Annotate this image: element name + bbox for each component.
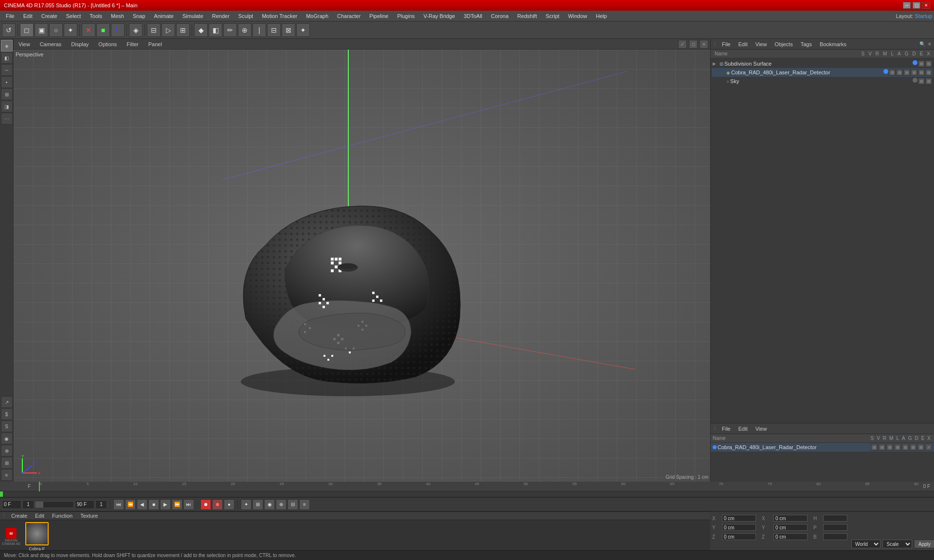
- attr-ctrl-7[interactable]: ⊟: [917, 444, 924, 451]
- transport-play-rev[interactable]: ◀: [137, 499, 147, 510]
- expand-icon[interactable]: ▶: [713, 61, 718, 66]
- transport-key[interactable]: ●: [224, 499, 234, 510]
- current-frame-field[interactable]: [2, 500, 21, 509]
- menu-3dtoall[interactable]: 3DToAll: [460, 12, 486, 20]
- obj-menu-bookmarks[interactable]: Bookmarks: [817, 40, 849, 48]
- tool-rect-select[interactable]: ▣: [35, 23, 48, 37]
- mat-menu-create[interactable]: Create: [8, 512, 30, 520]
- menu-animate[interactable]: Animate: [150, 12, 178, 20]
- transport-go-start[interactable]: ⏮: [113, 499, 124, 510]
- playback-slider[interactable]: [35, 501, 74, 508]
- tool-render-pic-viewer[interactable]: ⊞: [176, 23, 190, 37]
- vp-btn-fit[interactable]: ⤢: [678, 40, 687, 49]
- fps-field-2[interactable]: [95, 500, 107, 509]
- sidebar-tool-bottom5[interactable]: ⊕: [1, 445, 13, 456]
- attr-menu-view[interactable]: View: [753, 425, 770, 433]
- sidebar-tool-polygon[interactable]: ◧: [1, 52, 13, 64]
- attr-ctrl-3[interactable]: ⊟: [886, 444, 893, 451]
- transport-go-end[interactable]: ⏭: [183, 499, 194, 510]
- sidebar-tool-bottom6[interactable]: ⊞: [1, 457, 13, 469]
- vp-tab-options[interactable]: Options: [95, 40, 120, 48]
- tool-live-select[interactable]: ◻: [20, 23, 34, 37]
- obj-row-sky[interactable]: ○ Sky ⊟ ⊟: [712, 77, 933, 86]
- minimize-button[interactable]: ─: [903, 2, 911, 9]
- tool-light[interactable]: ✦: [296, 23, 310, 37]
- coord-z-scale[interactable]: [823, 533, 847, 540]
- tool-rotate[interactable]: ↻: [111, 23, 125, 37]
- menu-mesh[interactable]: Mesh: [107, 12, 128, 20]
- tool-object[interactable]: ◈: [129, 23, 143, 37]
- attr-ctrl-5[interactable]: ⊟: [902, 444, 909, 451]
- sidebar-tool-point[interactable]: •: [1, 76, 13, 88]
- tool-display-2[interactable]: ⊠: [282, 23, 295, 37]
- transport-extra-6[interactable]: ≡: [299, 499, 310, 510]
- obj-menu-view[interactable]: View: [753, 40, 770, 48]
- mode-dropdown-scale[interactable]: Scale Move Rotate: [882, 540, 912, 548]
- menu-corona[interactable]: Corona: [487, 12, 512, 20]
- obj-ctrl-cobra-5[interactable]: ⊟: [918, 69, 925, 76]
- tool-modes[interactable]: ◆: [194, 23, 208, 37]
- transport-next-key[interactable]: ⏩: [172, 499, 182, 510]
- mode-dropdown-world[interactable]: World Object: [851, 540, 880, 548]
- menu-file[interactable]: File: [2, 12, 18, 20]
- tool-render-view[interactable]: ▷: [162, 23, 175, 37]
- menu-create[interactable]: Create: [37, 12, 61, 20]
- coord-z-pos[interactable]: [722, 533, 756, 540]
- sidebar-tool-bottom1[interactable]: ↗: [1, 396, 13, 408]
- menu-simulate[interactable]: Simulate: [179, 12, 207, 20]
- coord-y-rot[interactable]: [773, 524, 808, 531]
- obj-ctrl-sky-1[interactable]: ⊟: [918, 78, 925, 85]
- tool-free-select[interactable]: ✦: [64, 23, 77, 37]
- obj-ctrl-sky-2[interactable]: ⊟: [925, 78, 932, 85]
- sidebar-tool-bottom3[interactable]: S: [1, 420, 13, 432]
- vp-tab-cameras[interactable]: Cameras: [37, 40, 65, 48]
- tool-scale[interactable]: ■: [96, 23, 110, 37]
- playhead-marker[interactable]: [39, 482, 40, 491]
- tool-undo[interactable]: ↺: [2, 23, 16, 37]
- sidebar-tool-bottom2[interactable]: $: [1, 408, 13, 420]
- sidebar-tool-edge[interactable]: ─: [1, 64, 13, 76]
- sidebar-tool-sculpt[interactable]: ⋯: [1, 113, 13, 124]
- attr-menu-file[interactable]: File: [719, 425, 734, 433]
- transport-extra-5[interactable]: ⊟: [287, 499, 298, 510]
- coord-y-scale[interactable]: [823, 524, 847, 531]
- attr-menu-edit[interactable]: Edit: [736, 425, 751, 433]
- tool-tex-mode[interactable]: ◧: [209, 23, 222, 37]
- coord-x-rot[interactable]: [773, 515, 808, 522]
- obj-row-subdivision[interactable]: ▶ ⊞ Subdivision Surface ⊟ ⊟: [712, 59, 933, 68]
- menu-window[interactable]: Window: [564, 12, 591, 20]
- menu-sculpt[interactable]: Sculpt: [234, 12, 257, 20]
- transport-extra-2[interactable]: ⊞: [252, 499, 263, 510]
- coord-y-pos[interactable]: [722, 524, 756, 531]
- obj-menu-edit[interactable]: Edit: [736, 40, 751, 48]
- transport-extra-3[interactable]: ◉: [264, 499, 275, 510]
- obj-ctrl-eye[interactable]: ⊟: [918, 60, 925, 67]
- tool-display-1[interactable]: ⊟: [267, 23, 281, 37]
- tool-brush[interactable]: ✏: [223, 23, 237, 37]
- sidebar-tool-bottom7[interactable]: ≡: [1, 469, 13, 481]
- viewport[interactable]: Perspective: [14, 50, 710, 482]
- obj-ctrl-cobra-6[interactable]: ⊟: [925, 69, 932, 76]
- obj-menu-file[interactable]: File: [719, 40, 734, 48]
- menu-tools[interactable]: Tools: [86, 12, 106, 20]
- vp-tab-display[interactable]: Display: [68, 40, 91, 48]
- vp-btn-menu[interactable]: ≡: [700, 40, 708, 49]
- attr-ctrl-4[interactable]: ⊟: [894, 444, 901, 451]
- vp-tab-filter[interactable]: Filter: [124, 40, 141, 48]
- menu-pipeline[interactable]: Pipeline: [365, 12, 392, 20]
- menu-motion-tracker[interactable]: Motion Tracker: [258, 12, 301, 20]
- transport-auto-key[interactable]: ⏺: [212, 499, 223, 510]
- attr-ctrl-2[interactable]: ⊟: [879, 444, 885, 451]
- obj-ctrl-cobra-4[interactable]: ⊟: [911, 69, 917, 76]
- tool-sym[interactable]: ⊕: [238, 23, 251, 37]
- vp-btn-full[interactable]: ◻: [689, 40, 698, 49]
- vp-tab-view[interactable]: View: [16, 40, 33, 48]
- menu-plugins[interactable]: Plugins: [393, 12, 418, 20]
- tool-circle-select[interactable]: ○: [49, 23, 63, 37]
- menu-redshift[interactable]: Redshift: [513, 12, 540, 20]
- obj-row-cobra[interactable]: ◈ Cobra_RAD_480i_Laser_Radar_Detector ⊟ …: [712, 68, 933, 77]
- ruler-track[interactable]: 0 5 10 15 20 25 30 35 40 45 50 55 60 65 …: [39, 482, 919, 491]
- menu-render[interactable]: Render: [208, 12, 234, 20]
- obj-menu-objects[interactable]: Objects: [772, 40, 795, 48]
- menu-edit[interactable]: Edit: [19, 12, 36, 20]
